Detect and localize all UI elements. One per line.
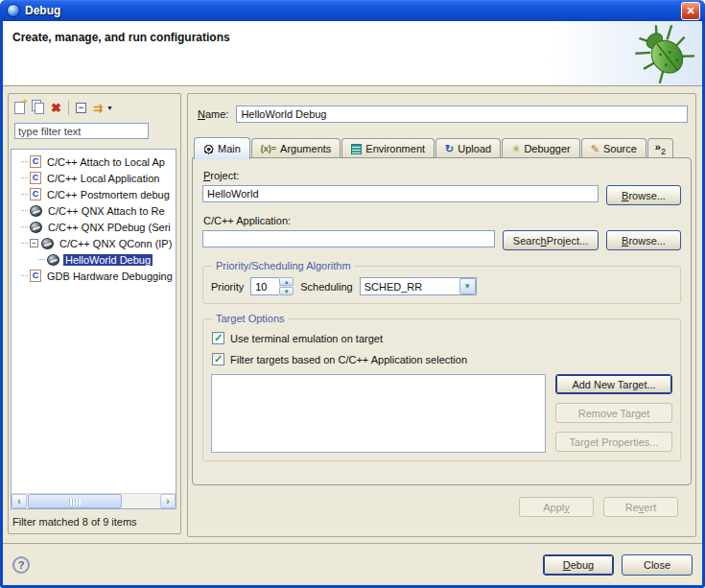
tab-label: Environment (365, 143, 425, 154)
duplicate-configuration-icon[interactable] (35, 103, 44, 114)
tree-item-label: GDB Hardware Debugging (45, 270, 175, 282)
project-input[interactable] (202, 185, 599, 202)
c-application-icon: C (30, 172, 41, 184)
priority-label: Priority (211, 281, 244, 293)
scroll-left-icon[interactable]: ‹ (12, 494, 27, 508)
application-input[interactable] (202, 230, 495, 247)
qnx-target-icon (47, 254, 59, 266)
tree-item[interactable]: C C/C++ Postmortem debug (12, 186, 176, 202)
scheduling-label: Scheduling (300, 281, 352, 293)
horizontal-scrollbar[interactable]: ‹ › (12, 493, 176, 508)
debugger-bug-icon (511, 143, 520, 155)
name-label: Name: (198, 108, 228, 120)
remove-target-button: Remove Target (555, 403, 672, 423)
checkmark-icon: ✓ (214, 354, 223, 365)
tab-environment[interactable]: Environment (341, 138, 435, 158)
button-bar: ? Debug Close (3, 543, 702, 585)
project-label: Project: (203, 170, 681, 181)
tree-item[interactable]: − C/C++ QNX QConn (IP) (12, 235, 176, 251)
target-properties-button: Target Properties... (555, 432, 672, 452)
targets-list[interactable] (211, 374, 546, 453)
filter-menu-chevron-icon[interactable]: ▼ (106, 105, 113, 111)
tab-label: Arguments (280, 143, 331, 154)
combo-dropdown-icon[interactable]: ▼ (459, 278, 476, 294)
browse-project-button[interactable]: Browse... (606, 185, 681, 205)
tab-debugger[interactable]: Debugger (502, 138, 580, 158)
terminal-emulation-label: Use terminal emulation on target (230, 333, 383, 344)
priority-group-title: Priority/Scheduling Algorithm (213, 260, 354, 271)
qnx-target-icon (30, 222, 42, 233)
configurations-panel: ✖ − ⇉ ▼ C C/C++ Attach to Local Ap C C/C… (8, 93, 181, 534)
tab-main[interactable]: Main (194, 137, 250, 159)
name-input[interactable] (236, 106, 688, 123)
add-new-target-button[interactable]: Add New Target... (555, 374, 672, 394)
spin-up-icon[interactable]: ▲ (279, 277, 294, 286)
tree-item[interactable]: C GDB Hardware Debugging (12, 268, 176, 284)
revert-button: Revert (603, 497, 678, 517)
tree-item-label: C/C++ QNX QConn (IP) (58, 238, 174, 249)
filter-status: Filter matched 8 of 9 items (12, 516, 137, 528)
tree-item[interactable]: C/C++ QNX Attach to Re (12, 202, 176, 219)
tab-source[interactable]: Source (581, 138, 646, 158)
tab-label: Source (603, 143, 637, 154)
main-tab-content: Project: Browse... C/C++ Application: Se… (192, 157, 692, 485)
tree-item-label: C/C++ Postmortem debug (45, 189, 172, 200)
target-bullseye-icon (203, 144, 214, 154)
bug-image (633, 23, 696, 84)
tree-item[interactable]: C C/C++ Local Application (12, 170, 176, 186)
filter-targets-checkbox[interactable]: ✓ (212, 353, 224, 365)
source-pencil-icon (591, 143, 599, 155)
tab-label: Debugger (524, 143, 570, 154)
tree-item-label: C/C++ QNX Attach to Re (46, 205, 167, 217)
tree-item-selected[interactable]: HelloWorld Debug (12, 251, 176, 268)
scheduling-value: SCHED_RR (361, 281, 459, 293)
terminal-emulation-checkbox[interactable]: ✓ (212, 332, 224, 344)
close-icon[interactable]: ✕ (681, 2, 700, 20)
filter-input[interactable] (14, 123, 149, 139)
priority-stepper[interactable] (250, 277, 279, 295)
scroll-right-icon[interactable]: › (160, 494, 176, 508)
debug-button[interactable]: Debug (543, 554, 614, 576)
tab-upload[interactable]: Upload (435, 138, 501, 158)
checkmark-icon: ✓ (214, 333, 223, 343)
tree-item[interactable]: C C/C++ Attach to Local Ap (12, 153, 176, 170)
title-bar[interactable]: Debug ✕ (0, 0, 705, 21)
tree-item-label: C/C++ Local Application (45, 173, 161, 184)
spin-down-icon[interactable]: ▼ (279, 287, 294, 295)
tab-bar: Main (x)= Arguments Environment Upload (194, 136, 690, 158)
scheduling-select[interactable]: SCHED_RR ▼ (360, 277, 477, 295)
configuration-form-panel: Name: Main (x)= Arguments Environment (187, 93, 696, 537)
search-project-button[interactable]: Search Project... (503, 230, 599, 250)
c-application-icon: C (30, 188, 41, 200)
tree-item-label: C/C++ QNX PDebug (Seri (46, 222, 173, 233)
environment-table-icon (351, 144, 362, 154)
c-application-icon: C (30, 270, 41, 282)
priority-group: Priority/Scheduling Algorithm Priority ▲… (202, 260, 681, 304)
tab-label: Upload (458, 143, 491, 154)
help-icon[interactable]: ? (12, 556, 30, 574)
new-configuration-icon[interactable] (14, 102, 25, 114)
filter-icon[interactable]: ⇉ (93, 103, 103, 114)
application-label: C/C++ Application: (203, 215, 681, 226)
main-area: ✖ − ⇉ ▼ C C/C++ Attach to Local Ap C C/C… (3, 87, 702, 542)
collapse-expander-icon[interactable]: − (30, 239, 38, 247)
tab-arguments[interactable]: (x)= Arguments (251, 138, 341, 158)
toolbar-separator (68, 101, 69, 115)
configurations-tree: C C/C++ Attach to Local Ap C C/C++ Local… (11, 149, 176, 509)
header-banner: Create, manage, and run configurations (3, 21, 702, 86)
arguments-icon: (x)= (261, 144, 276, 153)
page-title: Create, manage, and run configurations (12, 31, 230, 44)
c-application-icon: C (30, 155, 41, 168)
browse-application-button[interactable]: Browse... (606, 230, 681, 250)
close-button[interactable]: Close (622, 554, 693, 576)
scrollbar-thumb[interactable] (28, 494, 122, 508)
tree-item-label: C/C++ Attach to Local Ap (45, 156, 167, 168)
target-options-group: Target Options ✓ Use terminal emulation … (202, 313, 681, 461)
config-toolbar: ✖ − ⇉ ▼ (9, 94, 180, 117)
tab-overflow-chevron[interactable]: » 2 (647, 138, 673, 158)
dialog-content: Create, manage, and run configurations (3, 21, 702, 585)
collapse-all-icon[interactable]: − (76, 103, 86, 113)
delete-configuration-icon[interactable]: ✖ (51, 102, 61, 114)
tree-item[interactable]: C/C++ QNX PDebug (Seri (12, 219, 176, 235)
tab-label: Main (218, 143, 241, 154)
